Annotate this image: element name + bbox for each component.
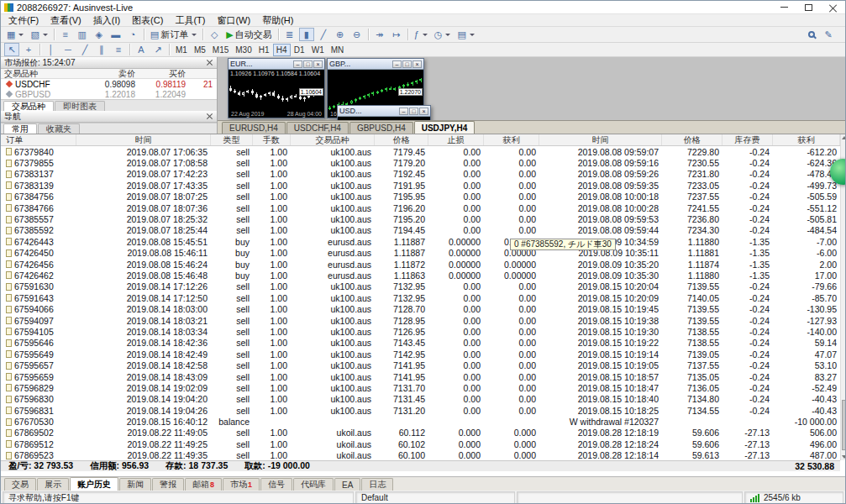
zoom-out-button[interactable]: ⊖ [349,28,365,41]
terminal-tab-6[interactable]: 市场1 [223,478,260,491]
minimize-icon[interactable] [392,60,402,68]
table-row[interactable]: 675940972019.08.14 18:03:21sell1.00uk100… [1,315,840,326]
column-header[interactable]: 获利 [773,134,840,145]
table-row[interactable]: 673847562019.08.07 18:07:25sell1.00uk100… [1,192,840,202]
trendline-button[interactable]: ╱ [77,43,92,56]
autotrading-button[interactable]: ▶自动交易 [223,28,274,41]
chart-tab-usdchf-h4[interactable]: USDCHF,H4 [286,122,349,134]
menu-item[interactable]: 窗口(W) [211,14,256,27]
arrows-tool-button[interactable]: ↗ [150,43,166,56]
market-watch-row-gbpusd[interactable]: GBPUSD 1.22018 1.22049 [1,89,217,99]
profiles-button[interactable]: ▧ [28,28,50,41]
table-row[interactable]: 675968312019.08.14 19:04:26sell1.00uk100… [1,405,840,416]
menu-item[interactable]: 图表(C) [126,14,169,27]
table-row[interactable]: 673831372019.08.07 17:42:23sell1.00uk100… [1,169,840,180]
terminal-button[interactable]: ▬ [108,28,123,41]
text-tool-button[interactable]: A [134,43,149,56]
maximize-button[interactable] [796,1,821,13]
data-window-button[interactable]: ▥ [75,28,90,41]
close-icon[interactable] [419,108,428,115]
column-header-bid[interactable]: 卖价 [85,68,135,80]
templates-button[interactable]: ▤ [455,28,476,41]
column-header[interactable]: 获利 [484,134,539,145]
cursor-button[interactable]: ↖ [4,43,19,56]
table-row[interactable]: 673855572019.08.07 18:25:32sell1.00uk100… [1,213,840,224]
terminal-tab-9[interactable]: EA [334,478,360,491]
status-profile[interactable]: Default [355,491,515,504]
chart-tab-eurusd-h4[interactable]: EURUSD,H4 [222,122,286,134]
navigator-tab-0[interactable]: 常用 [3,123,37,134]
table-row[interactable]: 673798552019.08.07 17:08:58sell1.00uk100… [1,157,840,168]
new-chart-button[interactable]: ▦ [4,28,26,41]
column-header[interactable]: 类型 [211,134,253,145]
table-row[interactable]: 678695122019.08.22 11:49:25sell1.00ukoil… [1,438,840,449]
eurusd-chart-canvas[interactable]: 1.10926 1.10976 1.10584 1.10604 1.10604 … [229,70,324,118]
menu-item[interactable]: 插入(I) [87,14,126,27]
periods-button[interactable]: ◷ [432,28,454,41]
scroll-down-icon[interactable] [842,455,846,459]
line-chart-button[interactable]: ╱ [316,28,331,41]
minimize-icon[interactable] [293,60,302,68]
timeframe-w1-button[interactable]: W1 [308,44,328,56]
market-watch-tab-0[interactable]: 交易品种 [3,101,54,111]
timeframe-m15-button[interactable]: M15 [209,44,232,56]
scroll-up-icon[interactable] [842,136,846,139]
restore-icon[interactable] [402,60,412,68]
table-row[interactable]: 675968292019.08.14 19:02:09sell1.00uk100… [1,382,840,393]
market-watch-button[interactable]: ≡ [58,28,73,41]
column-header[interactable]: 价格 [375,134,428,145]
column-header[interactable]: 交易品种 [291,134,375,145]
chart-window-eurusd[interactable]: EUR... 1.10926 1.10976 1.10584 1.10604 1… [228,58,325,118]
terminal-tab-2[interactable]: 账户历史 [70,477,118,491]
chart-window-title-bar[interactable]: USD... [338,106,430,117]
vertical-line-button[interactable]: │ [44,43,59,56]
terminal-tab-0[interactable]: 交易 [4,478,36,491]
candlestick-chart-button[interactable]: ▮ [299,28,314,41]
navigator-close-icon[interactable] [206,113,213,120]
terminal-tab-8[interactable]: 代码库 [293,478,334,491]
search-button[interactable] [804,28,819,41]
column-header-ask[interactable]: 买价 [135,68,186,80]
menu-item[interactable]: 帮助(H) [256,14,299,27]
column-header[interactable]: 时间 [539,134,662,145]
table-row[interactable]: 675956462019.08.14 18:42:36sell1.00uk100… [1,338,840,349]
table-row[interactable]: 675968302019.08.14 19:04:20sell1.00uk100… [1,394,840,405]
restore-icon[interactable] [409,108,418,115]
terminal-tab-3[interactable]: 新闻 [119,478,151,491]
navigator-tab-1[interactable]: 收藏夹 [38,123,80,134]
table-row[interactable]: 676705302019.08.15 16:40:12balanceW with… [1,416,840,427]
horizontal-line-button[interactable]: ─ [60,43,76,56]
timeframe-m5-button[interactable]: M5 [191,44,209,56]
chart-tab-gbpusd-h4[interactable]: GBPUSD,H4 [349,122,413,134]
scrollbar-thumb[interactable] [842,400,846,450]
navigator-button[interactable]: ◈ [92,28,107,41]
terminal-tab-5[interactable]: 邮箱8 [185,478,222,491]
column-header[interactable]: 库存费 [723,134,773,145]
terminal-tab-1[interactable]: 展示 [37,478,69,491]
auto-scroll-button[interactable]: ↠ [372,28,387,41]
close-button[interactable] [821,1,845,13]
chart-window-title-bar[interactable]: EUR... [229,59,324,70]
minimize-icon[interactable] [399,108,408,115]
strategy-tester-button[interactable]: ◔ [125,28,140,41]
chart-shift-button[interactable]: ↦ [389,28,404,41]
table-row[interactable]: 675916302019.08.14 17:12:26sell1.00uk100… [1,281,840,292]
column-header[interactable]: 手数 [253,134,291,145]
table-row[interactable]: 675956572019.08.14 18:42:58sell1.00uk100… [1,360,840,370]
chart-window-title-bar[interactable]: GBP... [328,59,423,70]
terminal-tab-4[interactable]: 警报 [152,478,184,491]
timeframe-mn-button[interactable]: MN [328,44,348,56]
timeframe-h4-button[interactable]: H4 [273,44,291,56]
menu-item[interactable]: 工具(T) [169,14,211,27]
table-row[interactable]: 675956592019.08.14 18:43:09sell1.00uk100… [1,371,840,382]
crosshair-button[interactable]: + [21,43,36,56]
indicators-button[interactable]: ƒ [412,28,430,41]
table-row[interactable]: 674264502019.08.08 15:46:11buy1.00eurusd… [1,248,840,259]
timeframe-h1-button[interactable]: H1 [255,44,273,56]
restore-icon[interactable] [303,60,313,68]
market-watch-row-usdchf[interactable]: USDCHF 0.98098 0.98119 21 [1,79,217,89]
timeframe-m1-button[interactable]: M1 [172,44,191,56]
terminal-tab-10[interactable]: 日志 [361,478,393,491]
close-icon[interactable] [412,60,422,68]
close-icon[interactable] [313,60,323,68]
